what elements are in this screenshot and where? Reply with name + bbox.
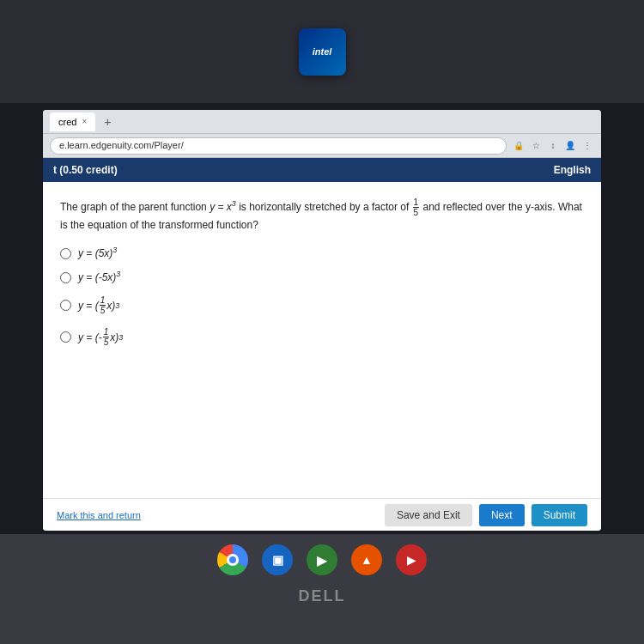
play-icon[interactable]: ▶ [307, 544, 337, 575]
credit-label: t (0.50 credit) [53, 164, 118, 176]
dell-logo: DELL [299, 587, 346, 605]
radio-b[interactable] [60, 272, 71, 283]
option-d-label: y = (-15x)3 [78, 327, 123, 347]
files-icon[interactable]: ▣ [262, 544, 293, 575]
new-tab-button[interactable]: + [100, 115, 114, 129]
address-icons: 🔒 ☆ ↕ 👤 ⋮ [512, 139, 594, 153]
app-header: t (0.50 credit) English [43, 158, 601, 182]
star-icon[interactable]: ☆ [529, 139, 543, 153]
lock-icon: 🔒 [512, 139, 526, 153]
option-b[interactable]: y = (-5x)3 [60, 271, 584, 283]
url-input[interactable]: e.learn.edgenuity.com/Player/ [50, 137, 507, 155]
footer-bar: Mark this and return Save and Exit Next … [43, 498, 601, 531]
submit-button[interactable]: Submit [532, 504, 587, 526]
browser-tab-bar: cred × + [43, 110, 601, 134]
screen: cred × + e.learn.edgenuity.com/Player/ 🔒… [43, 110, 601, 531]
content-area: The graph of the parent function y = x3 … [43, 182, 601, 498]
browser-tab[interactable]: cred × [50, 112, 95, 131]
option-a[interactable]: y = (5x)3 [60, 247, 584, 259]
screen-bezel: cred × + e.learn.edgenuity.com/Player/ 🔒… [0, 103, 644, 534]
language-label: English [554, 164, 591, 176]
option-a-label: y = (5x)3 [78, 247, 117, 259]
address-bar: e.learn.edgenuity.com/Player/ 🔒 ☆ ↕ 👤 ⋮ [43, 134, 601, 158]
option-d[interactable]: y = (-15x)3 [60, 327, 584, 347]
menu-icon[interactable]: ⋮ [580, 139, 594, 153]
question-text: The graph of the parent function y = x3 … [60, 197, 584, 234]
triangle-icon[interactable]: ▲ [351, 544, 382, 575]
radio-d[interactable] [60, 331, 71, 343]
intel-label: intel [313, 46, 332, 57]
option-c-label: y = (15x)3 [78, 295, 119, 315]
save-exit-button[interactable]: Save and Exit [385, 504, 472, 526]
option-b-label: y = (-5x)3 [78, 271, 120, 283]
radio-a[interactable] [60, 248, 71, 259]
tab-label: cred [58, 117, 76, 127]
tab-close-icon[interactable]: × [82, 117, 87, 126]
footer-buttons: Save and Exit Next Submit [385, 504, 587, 526]
extension-icon[interactable]: ↕ [546, 139, 560, 153]
option-c[interactable]: y = (15x)3 [60, 295, 584, 315]
intel-badge: intel [299, 28, 346, 76]
math-expression: y = x3 [210, 201, 236, 213]
mark-return-link[interactable]: Mark this and return [57, 510, 141, 520]
account-icon[interactable]: 👤 [563, 139, 577, 153]
chrome-icon[interactable] [217, 544, 248, 575]
taskbar: ▣ ▶ ▲ ▶ [217, 544, 427, 575]
laptop-body: ▣ ▶ ▲ ▶ DELL [0, 534, 644, 644]
youtube-icon[interactable]: ▶ [396, 544, 427, 575]
options-list: y = (5x)3 y = (-5x)3 y = (15x)3 y = (-15… [60, 247, 584, 347]
laptop-top: intel [0, 0, 644, 103]
fraction-1-5: 15 [413, 197, 420, 217]
radio-c[interactable] [60, 300, 71, 311]
next-button[interactable]: Next [479, 504, 525, 526]
